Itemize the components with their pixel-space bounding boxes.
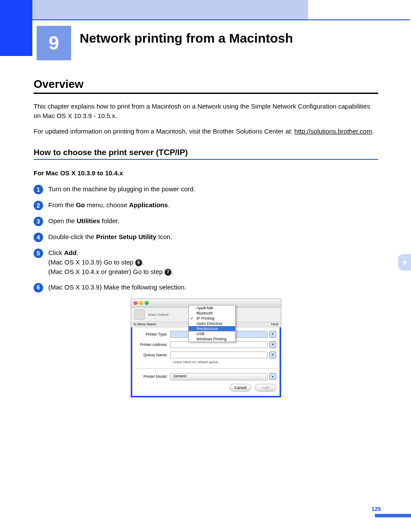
header-rule <box>32 19 410 20</box>
bold: Printer Setup Utility <box>96 233 156 240</box>
menu-item-usb[interactable]: USB <box>189 331 235 336</box>
close-icon[interactable] <box>134 301 137 305</box>
dropdown-icon[interactable]: ▾ <box>269 341 276 348</box>
printer-model-label: Printer Model: <box>136 374 170 379</box>
bold: Go <box>76 201 85 208</box>
text: folder. <box>100 217 119 224</box>
dropdown-icon[interactable]: ▾ <box>269 331 276 338</box>
text: . <box>168 201 170 208</box>
text: . <box>77 249 78 256</box>
queue-name-label: Queue Name: <box>136 353 170 357</box>
step-4: 4 Double-click the Printer Setup Utility… <box>34 232 378 242</box>
menu-item-appletalk[interactable]: AppleTalk <box>189 305 235 311</box>
menu-item-bluetooth[interactable]: Bluetooth <box>189 311 235 316</box>
add-button[interactable]: Add <box>255 384 276 392</box>
step-number-badge: 5 <box>34 249 43 258</box>
content-area: Overview This chapter explains how to pr… <box>34 78 378 398</box>
text: (Mac OS X 10.4.x or greater) Go to step <box>48 268 165 275</box>
col-in-menu-name: In Menu Name <box>134 322 156 327</box>
dropdown-icon[interactable]: ▾ <box>269 373 276 380</box>
footer-accent-bar <box>0 514 411 517</box>
overview-heading: Overview <box>34 78 378 94</box>
text: menu, choose <box>85 201 129 208</box>
zoom-icon[interactable] <box>145 301 149 305</box>
text: . <box>142 258 144 266</box>
step-1-text: Turn on the machine by plugging in the p… <box>48 184 378 194</box>
printer-model-row: Printer Model: Generic ▾ <box>136 373 276 380</box>
col-host: Host <box>271 322 278 327</box>
text: Click <box>48 249 64 256</box>
step-6-text: (Mac OS X 10.3.9) Make the following sel… <box>48 283 378 292</box>
make-default-label: Make Default <box>148 313 168 317</box>
menu-item-rendezvous[interactable]: Rendezvous <box>189 326 235 331</box>
step-4-text: Double-click the Printer Setup Utility I… <box>48 232 378 242</box>
step-5: 5 Click Add. (Mac OS X 10.3.9) Go to ste… <box>34 248 378 276</box>
chapter-number-badge: 9 <box>37 26 71 60</box>
step-3-text: Open the Utilities folder. <box>48 216 378 226</box>
overview-paragraph-1: This chapter explains how to print from … <box>34 102 378 121</box>
page-number: 125 <box>371 506 381 512</box>
dropdown-icon[interactable]: ▾ <box>269 352 276 358</box>
text: From the <box>48 201 76 208</box>
menu-item-ip-printing[interactable]: IP Printing <box>189 316 235 321</box>
step-number-badge: 6 <box>34 283 43 292</box>
make-default-icon[interactable] <box>134 309 145 320</box>
menu-item-open-directory[interactable]: Open Directory <box>189 321 235 326</box>
text: . <box>171 268 173 275</box>
printer-type-label: Printer Type: <box>136 332 170 336</box>
bold: Add <box>64 249 77 256</box>
text: Icon. <box>156 233 172 240</box>
minimize-icon[interactable] <box>139 301 143 305</box>
header-light-band <box>32 0 308 19</box>
separator <box>136 368 276 369</box>
queue-hint: Leave blank for default queue <box>173 360 276 364</box>
step-number-badge: 3 <box>34 217 43 226</box>
bold: Utilities <box>77 217 100 224</box>
step-number-badge: 1 <box>34 185 43 194</box>
dialog-buttons: Cancel Add <box>136 384 276 392</box>
text: Double-click the <box>48 233 96 240</box>
overview-paragraph-2: For updated information on printing from… <box>34 127 378 136</box>
bold: Applications <box>129 201 168 208</box>
add-printer-sheet: AppleTalk Bluetooth IP Printing Open Dir… <box>131 327 281 397</box>
step-1: 1 Turn on the machine by plugging in the… <box>34 184 378 194</box>
inline-step-ref-7: 7 <box>165 269 171 276</box>
printer-address-label: Printer Address: <box>136 342 170 347</box>
step-2: 2 From the Go menu, choose Applications. <box>34 200 378 210</box>
printer-type-menu[interactable]: AppleTalk Bluetooth IP Printing Open Dir… <box>188 305 236 342</box>
text: (Mac OS X 10.3.9) Go to step <box>48 258 135 266</box>
chapter-title: Network printing from a Macintosh <box>80 31 293 46</box>
step-5-text: Click Add. (Mac OS X 10.3.9) Go to step … <box>48 248 378 276</box>
queue-name-field[interactable] <box>170 352 268 358</box>
text: Open the <box>48 217 77 224</box>
solutions-link[interactable]: http://solutions.brother.com <box>294 128 372 135</box>
step-2-text: From the Go menu, choose Applications. <box>48 200 378 210</box>
step-number-badge: 4 <box>34 233 43 242</box>
cancel-button[interactable]: Cancel <box>230 384 251 392</box>
tcpip-heading: How to choose the print server (TCP/IP) <box>34 148 378 160</box>
printer-model-select[interactable]: Generic <box>170 373 268 380</box>
queue-name-row: Queue Name: ▾ <box>136 352 276 358</box>
step-number-badge: 2 <box>34 201 43 210</box>
chapter-side-tab: 9 <box>398 254 411 271</box>
menu-item-windows-printing[interactable]: Windows Printing <box>189 336 235 342</box>
step-3: 3 Open the Utilities folder. <box>34 216 378 226</box>
step-6: 6 (Mac OS X 10.3.9) Make the following s… <box>34 283 378 292</box>
printer-address-row: Printer Address: ▾ <box>136 341 276 348</box>
overview-para2-prefix: For updated information on printing from… <box>34 128 294 135</box>
inline-step-ref-6: 6 <box>135 259 142 266</box>
printer-address-field[interactable] <box>170 341 268 348</box>
os-heading: For Mac OS X 10.3.9 to 10.4.x <box>34 169 378 177</box>
printer-model-value: Generic <box>173 374 187 378</box>
header-blue-block <box>0 0 32 56</box>
overview-para2-suffix: . <box>372 128 374 135</box>
printer-setup-screenshot: Make Default In Menu Name Host AppleTalk… <box>131 299 281 398</box>
